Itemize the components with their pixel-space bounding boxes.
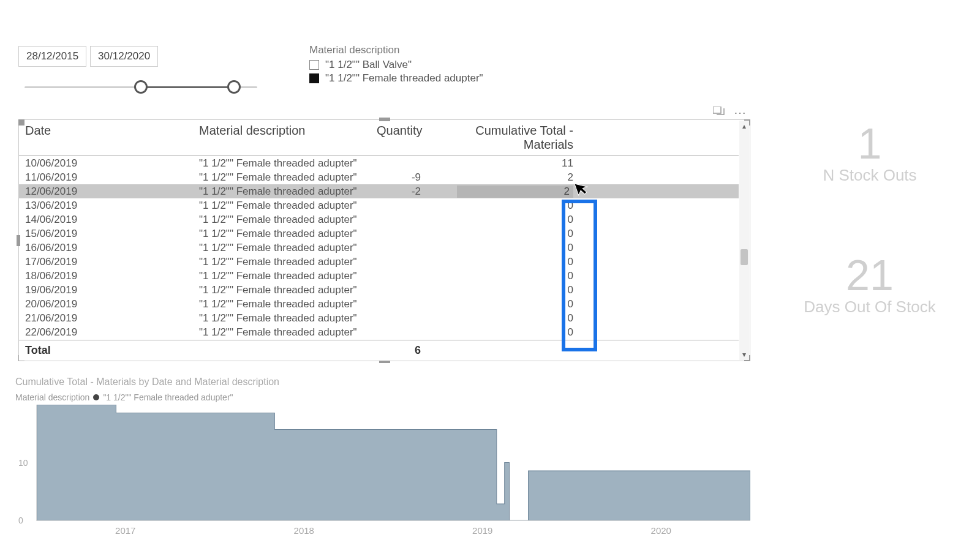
scroll-up-icon[interactable]: ▴ (739, 121, 749, 132)
table-total-row: Total 6 (19, 340, 739, 361)
slider-handle-end[interactable] (227, 80, 241, 94)
material-slicer-title: Material description (309, 44, 483, 56)
material-option-ball-valve[interactable]: "1 1/2"" Ball Valve" (309, 59, 483, 71)
kpi-days-out-of-stock[interactable]: 21 Days Out Of Stock (778, 251, 962, 317)
more-options-icon[interactable]: ⋯ (734, 105, 746, 120)
x-tick-label: 2018 (215, 525, 394, 536)
slider-handle-start[interactable] (134, 80, 148, 94)
checkbox-unchecked-icon[interactable] (309, 60, 319, 70)
kpi-label: Days Out Of Stock (778, 298, 962, 317)
cell-cumulative: 0 (423, 323, 579, 342)
date-range-slicer: 28/12/2015 30/12/2020 (18, 46, 257, 96)
scroll-thumb[interactable] (741, 249, 748, 265)
column-header-cumulative[interactable]: Cumulative Total - Materials (423, 120, 579, 156)
cell-quantity (374, 230, 423, 238)
column-header-quantity[interactable]: Quantity (374, 120, 423, 156)
cell-quantity (374, 301, 423, 308)
table-header-row: Date Material description Quantity Cumul… (19, 120, 739, 156)
area-chart-svg (37, 405, 750, 520)
x-tick-label: 2019 (393, 525, 572, 536)
x-tick-label: 2020 (572, 525, 751, 536)
cell-date: 22/06/2019 (19, 323, 197, 342)
cell-quantity (374, 315, 423, 322)
cell-quantity (374, 329, 423, 336)
cell-quantity (374, 202, 423, 209)
y-tick-label: 10 (18, 458, 28, 468)
kpi-value: 21 (778, 251, 962, 300)
material-option-female-adapter[interactable]: "1 1/2"" Female threaded adupter" (309, 72, 483, 84)
material-slicer: Material description "1 1/2"" Ball Valve… (309, 44, 483, 86)
cell-quantity (374, 272, 423, 280)
chart-title: Cumulative Total - Materials by Date and… (15, 377, 750, 388)
chart-legend: Material description "1 1/2"" Female thr… (15, 392, 750, 402)
date-to-input[interactable]: 30/12/2020 (90, 46, 158, 67)
x-axis: 2017 2018 2019 2020 (36, 525, 750, 536)
cumulative-chart-visual[interactable]: Cumulative Total - Materials by Date and… (15, 377, 750, 521)
total-quantity: 6 (374, 340, 423, 361)
material-option-label: "1 1/2"" Ball Valve" (325, 59, 412, 71)
legend-series-label: "1 1/2"" Female threaded adupter" (103, 392, 233, 402)
kpi-value: 1 (796, 119, 943, 168)
checkbox-checked-icon[interactable] (309, 73, 319, 83)
chart-plot-area[interactable]: 10 0 (36, 405, 750, 521)
cell-quantity (374, 160, 423, 167)
cell-quantity (374, 258, 423, 266)
kpi-label: N Stock Outs (796, 166, 943, 185)
legend-field-label: Material description (15, 392, 89, 402)
svg-rect-0 (713, 107, 721, 113)
table-scrollbar[interactable]: ▴ ▾ (739, 121, 749, 360)
total-material (197, 340, 374, 361)
kpi-stock-outs[interactable]: 1 N Stock Outs (796, 119, 943, 185)
total-cumulative (423, 340, 579, 361)
cell-quantity (374, 244, 423, 252)
date-range-slider[interactable] (24, 78, 257, 96)
cell-material: "1 1/2"" Female threaded adupter" (197, 323, 374, 342)
y-tick-label: 0 (18, 515, 23, 525)
scroll-down-icon[interactable]: ▾ (739, 349, 749, 360)
cell-quantity (374, 287, 423, 294)
slider-fill (136, 86, 229, 88)
table-row[interactable]: 22/06/2019"1 1/2"" Female threaded adupt… (19, 325, 739, 339)
x-tick-label: 2017 (36, 525, 215, 536)
legend-marker-icon (93, 394, 99, 400)
table-body: 10/06/2019"1 1/2"" Female threaded adupt… (19, 156, 739, 339)
materials-table-visual[interactable]: ⋯ Date Material description Quantity Cum… (18, 119, 750, 361)
cell-quantity: -2 (374, 182, 423, 201)
cell-quantity (374, 216, 423, 223)
column-header-date[interactable]: Date (19, 120, 197, 156)
total-label: Total (19, 340, 197, 361)
material-option-label: "1 1/2"" Female threaded adupter" (325, 72, 483, 84)
focus-mode-icon[interactable] (713, 105, 725, 120)
date-from-input[interactable]: 28/12/2015 (18, 46, 86, 67)
column-header-material[interactable]: Material description (197, 120, 374, 156)
